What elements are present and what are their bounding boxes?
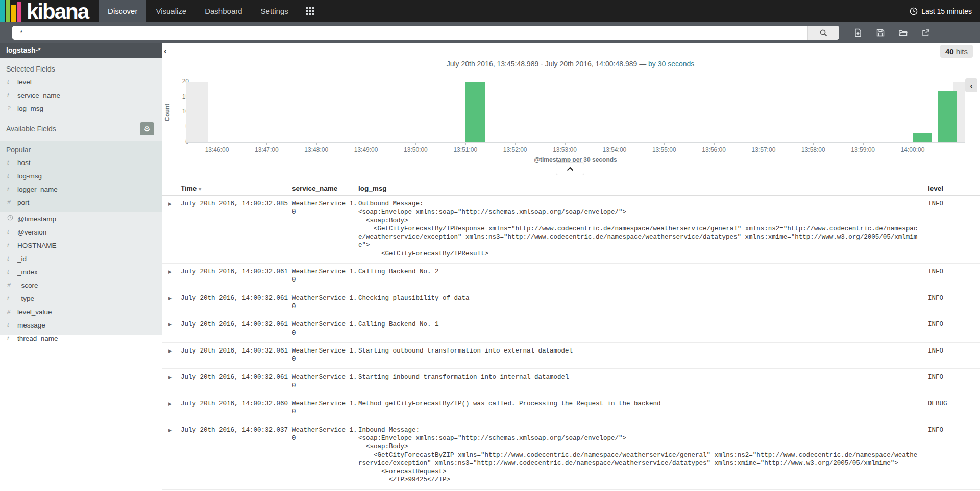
teal-stripe [0, 0, 5, 22]
field-type-number-icon: # [7, 198, 17, 206]
time-picker[interactable]: Last 15 minutes [910, 0, 980, 22]
field-name: log_msg [17, 105, 43, 112]
field-item-_index[interactable]: t_index [0, 265, 162, 278]
expand-row-caret-icon[interactable]: ▶ [168, 426, 181, 433]
field-settings-gear-icon[interactable]: ⚙ [140, 122, 154, 135]
field-type-number-icon: # [7, 308, 17, 316]
field-item-level_value[interactable]: #level_value [0, 305, 162, 318]
nav-tab-settings[interactable]: Settings [252, 0, 298, 22]
interval-link[interactable]: by 30 seconds [648, 60, 694, 68]
field-name: level_value [17, 308, 52, 316]
field-name: service_name [17, 91, 60, 99]
cell-service-name: WeatherService 1.0 [292, 426, 358, 443]
field-name: log-msg [17, 172, 42, 180]
cell-service-name: WeatherService 1.0 [292, 294, 358, 311]
pink-stripe [17, 2, 21, 22]
column-header-level[interactable]: level [928, 184, 974, 192]
cell-log-msg: Inbound Message: <soap:Envelope xmlns:so… [358, 426, 928, 484]
new-document-icon [853, 28, 863, 37]
field-item-logger_name[interactable]: tlogger_name [0, 182, 162, 196]
index-pattern-selector[interactable]: logstash-* [0, 43, 162, 58]
field-type-string-icon: t [7, 172, 17, 180]
popular-fields-list: thosttlog-msgtlogger_name#port [0, 156, 162, 209]
field-item-_score[interactable]: #_score [0, 278, 162, 292]
field-item-HOSTNAME[interactable]: tHOSTNAME [0, 239, 162, 252]
column-header-log-msg[interactable]: log_msg [358, 184, 928, 192]
expand-row-caret-icon[interactable]: ▶ [168, 200, 181, 206]
apps-grid-icon[interactable] [306, 7, 314, 15]
field-item-_id[interactable]: t_id [0, 252, 162, 265]
histogram-bar[interactable] [465, 82, 485, 142]
field-item-log_msg[interactable]: ?log_msg [0, 102, 162, 115]
cell-level: INFO [928, 373, 974, 381]
cell-level: INFO [928, 320, 974, 329]
x-tick-label: 13:52:00 [503, 146, 527, 153]
field-item-log-msg[interactable]: tlog-msg [0, 169, 162, 182]
x-tick-label: 13:58:00 [801, 146, 825, 153]
chart-right-collapse-chevron-icon[interactable]: ‹ [965, 78, 977, 92]
field-item-@version[interactable]: t@version [0, 225, 162, 239]
field-name: _type [17, 295, 34, 302]
selected-fields-list: tleveltservice_name?log_msg [0, 75, 162, 115]
new-search-button[interactable] [853, 28, 863, 37]
field-name: _index [17, 268, 38, 276]
yellow-stripe [11, 5, 16, 22]
field-name: @timestamp [17, 215, 56, 223]
popular-fields-section: Popular thosttlog-msgtlogger_name#port [0, 141, 162, 212]
field-item-port[interactable]: #port [0, 196, 162, 209]
expand-row-caret-icon[interactable]: ▶ [168, 320, 181, 327]
collapse-histogram-button[interactable] [556, 162, 584, 175]
nav-tabs: DiscoverVisualizeDashboardSettings [99, 0, 298, 22]
field-name: HOSTNAME [17, 242, 57, 249]
nav-tab-discover[interactable]: Discover [99, 0, 146, 22]
cell-log-msg: Method getCityForecastByZIP() was called… [358, 400, 928, 408]
save-floppy-icon [876, 28, 885, 37]
share-button[interactable] [921, 28, 930, 37]
search-input[interactable] [12, 26, 807, 40]
x-tick-label: 13:47:00 [255, 146, 279, 153]
column-header-service-name[interactable]: service_name [292, 184, 358, 192]
expand-row-caret-icon[interactable]: ▶ [168, 373, 181, 380]
time-picker-label: Last 15 minutes [921, 7, 972, 15]
partial-bucket-band-left [186, 82, 208, 142]
open-search-button[interactable] [898, 28, 908, 37]
search-pill [12, 26, 839, 40]
table-row: ▶July 20th 2016, 14:00:32.037WeatherServ… [162, 422, 980, 490]
field-type-string-icon: t [7, 228, 17, 236]
expand-row-caret-icon[interactable]: ▶ [168, 294, 181, 301]
field-item-service_name[interactable]: tservice_name [0, 88, 162, 102]
field-item-thread_name[interactable]: tthread_name [0, 332, 162, 345]
cell-service-name: WeatherService 1.0 [292, 347, 358, 364]
top-navbar: kibana DiscoverVisualizeDashboardSetting… [0, 0, 980, 22]
table-row: ▶July 20th 2016, 14:00:32.061WeatherServ… [162, 369, 980, 395]
open-folder-icon [898, 28, 908, 37]
x-tick-label: 13:46:00 [205, 146, 229, 153]
histogram-bar[interactable] [938, 91, 957, 142]
field-type-string-icon: t [7, 334, 17, 342]
kibana-discover-page: kibana DiscoverVisualizeDashboardSetting… [0, 0, 980, 491]
field-item-level[interactable]: tlevel [0, 75, 162, 88]
field-name: host [17, 159, 31, 167]
expand-row-caret-icon[interactable]: ▶ [168, 268, 181, 274]
field-type-string-icon: t [7, 268, 17, 276]
nav-tab-visualize[interactable]: Visualize [146, 0, 195, 22]
fields-sidebar: logstash-* Selected Fields tleveltservic… [0, 43, 162, 335]
field-item-host[interactable]: thost [0, 156, 162, 169]
field-type-string-icon: t [7, 78, 17, 86]
expand-row-caret-icon[interactable]: ▶ [168, 400, 181, 406]
histogram-bar[interactable] [913, 133, 932, 142]
kibana-logo[interactable]: kibana [0, 0, 99, 22]
y-tick-label: 0 [168, 138, 189, 145]
search-button[interactable] [807, 26, 839, 40]
field-item-message[interactable]: tmessage [0, 318, 162, 332]
sidebar-collapse-chevron-icon[interactable]: ‹ [164, 46, 167, 56]
y-tick-label: 5 [168, 123, 189, 130]
y-tick-label: 15 [168, 93, 189, 100]
field-item-_type[interactable]: t_type [0, 292, 162, 305]
column-header-time[interactable]: Time ▾ [181, 184, 292, 192]
field-item-@timestamp[interactable]: @timestamp [0, 212, 162, 225]
nav-tab-dashboard[interactable]: Dashboard [195, 0, 251, 22]
cell-time: July 20th 2016, 14:00:32.085 [181, 200, 292, 208]
expand-row-caret-icon[interactable]: ▶ [168, 347, 181, 354]
save-search-button[interactable] [876, 28, 885, 37]
